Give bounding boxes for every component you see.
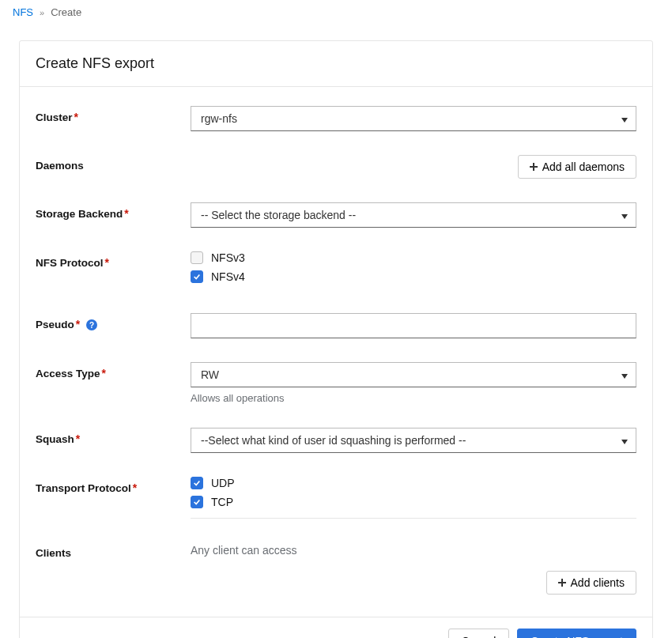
caret-down-icon (621, 209, 628, 221)
cluster-select[interactable]: rgw-nfs (191, 106, 636, 131)
add-all-daemons-label: Add all daemons (542, 160, 625, 173)
cluster-select-value: rgw-nfs (201, 112, 237, 125)
tcp-label: TCP (211, 496, 233, 508)
access-type-help: Allows all operations (191, 392, 636, 404)
add-clients-label: Add clients (571, 576, 625, 589)
required-indicator: * (133, 481, 137, 494)
caret-down-icon (621, 112, 628, 125)
storage-backend-row: Storage Backend* -- Select the storage b… (36, 202, 636, 228)
daemons-row: Daemons Add all daemons (36, 155, 636, 179)
clients-label: Clients (36, 542, 191, 595)
tcp-checkbox-row: TCP (191, 496, 636, 508)
breadcrumb: NFS » Create (0, 0, 672, 25)
cluster-row: Cluster* rgw-nfs (36, 106, 636, 131)
required-indicator: * (124, 207, 128, 220)
required-indicator: * (102, 367, 106, 379)
caret-down-icon (621, 434, 628, 447)
squash-row: Squash* --Select what kind of user id sq… (36, 428, 636, 453)
udp-label: UDP (211, 477, 235, 489)
pseudo-row: Pseudo* ? (36, 313, 636, 338)
clients-help-text: Any client can access (191, 542, 636, 557)
storage-backend-label: Storage Backend* (36, 202, 191, 228)
page-title: Create NFS export (20, 41, 652, 87)
squash-select[interactable]: --Select what kind of user id squashing … (191, 428, 636, 453)
pseudo-input[interactable] (191, 313, 636, 338)
nfsv4-checkbox-row: NFSv4 (191, 270, 636, 283)
nfsv3-checkbox-row: NFSv3 (191, 251, 636, 264)
help-icon[interactable]: ? (86, 319, 97, 330)
access-type-row: Access Type* RW Allows all operations (36, 362, 636, 404)
transport-protocol-row: Transport Protocol* UDP TCP (36, 477, 636, 519)
caret-down-icon (621, 368, 628, 381)
access-type-select[interactable]: RW (191, 362, 636, 387)
nfs-protocol-row: NFS Protocol* NFSv3 NFSv4 (36, 251, 636, 289)
required-indicator: * (105, 256, 109, 269)
create-nfs-export-panel: Create NFS export Cluster* rgw-nfs Daemo… (19, 40, 653, 638)
udp-checkbox-row: UDP (191, 477, 636, 489)
required-indicator: * (76, 432, 80, 445)
divider (191, 518, 636, 519)
required-indicator: * (76, 318, 80, 330)
udp-checkbox[interactable] (191, 477, 203, 489)
access-type-value: RW (201, 368, 219, 381)
breadcrumb-current: Create (51, 6, 81, 18)
tcp-checkbox[interactable] (191, 496, 203, 508)
squash-placeholder: --Select what kind of user id squashing … (201, 434, 466, 447)
plus-icon (530, 160, 538, 173)
nfsv4-checkbox[interactable] (191, 270, 203, 283)
create-nfs-export-button[interactable]: Create NFS export (517, 629, 636, 638)
plus-icon (558, 576, 566, 589)
cluster-label: Cluster* (36, 106, 191, 131)
nfsv3-label: NFSv3 (211, 251, 245, 264)
storage-backend-select[interactable]: -- Select the storage backend -- (191, 202, 636, 228)
nfs-protocol-label: NFS Protocol* (36, 251, 191, 289)
add-clients-button[interactable]: Add clients (546, 571, 636, 595)
required-indicator: * (74, 111, 78, 123)
access-type-label: Access Type* (36, 362, 191, 404)
clients-row: Clients Any client can access Add client… (36, 542, 636, 595)
breadcrumb-root-link[interactable]: NFS (13, 6, 33, 18)
squash-label: Squash* (36, 428, 191, 453)
nfsv4-label: NFSv4 (211, 270, 245, 283)
add-all-daemons-button[interactable]: Add all daemons (518, 155, 636, 179)
breadcrumb-separator-icon: » (40, 8, 44, 17)
panel-footer: Cancel Create NFS export (20, 617, 652, 638)
cancel-button[interactable]: Cancel (448, 629, 510, 638)
storage-backend-placeholder: -- Select the storage backend -- (201, 209, 356, 221)
pseudo-label: Pseudo* ? (36, 313, 191, 338)
transport-protocol-label: Transport Protocol* (36, 477, 191, 519)
nfsv3-checkbox[interactable] (191, 251, 203, 264)
daemons-label: Daemons (36, 155, 191, 179)
